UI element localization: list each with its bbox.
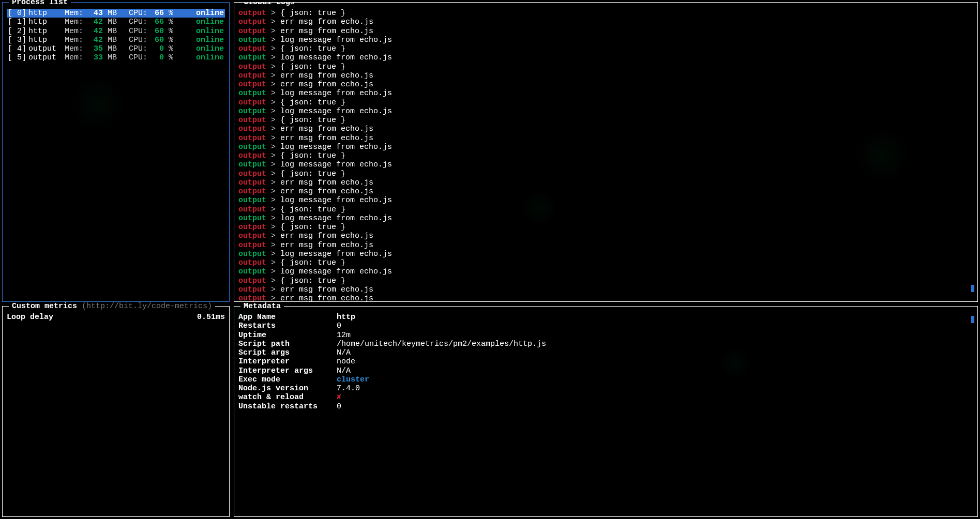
- log-message: err msg from echo.js: [280, 241, 373, 250]
- log-source: output: [238, 258, 266, 267]
- log-message: err msg from echo.js: [280, 80, 373, 89]
- log-separator: >: [266, 232, 280, 240]
- log-separator: >: [266, 89, 280, 98]
- log-line: output > err msg from echo.js: [238, 285, 973, 294]
- log-line: output > log message from echo.js: [238, 250, 973, 258]
- logs-scroll-indicator[interactable]: [971, 285, 974, 292]
- log-line: output > { json: true }: [238, 63, 973, 71]
- log-line: output > err msg from echo.js: [238, 125, 973, 133]
- log-source: output: [238, 143, 266, 151]
- log-line: output > log message from echo.js: [238, 107, 973, 116]
- process-status: online: [174, 44, 224, 53]
- log-message: log message from echo.js: [280, 53, 392, 62]
- cpu-label: CPU:: [118, 44, 149, 53]
- metadata-row: Exec modecluster: [238, 375, 973, 384]
- process-status: online: [174, 53, 224, 62]
- metadata-row: Uptime12m: [238, 331, 973, 340]
- log-separator: >: [266, 178, 280, 187]
- process-row[interactable]: [ 0]httpMem:43 MBCPU:66 %online: [7, 9, 225, 18]
- cpu-unit: %: [164, 36, 174, 44]
- process-row[interactable]: [ 2]httpMem:42 MBCPU:60 %online: [7, 27, 225, 36]
- log-separator: >: [266, 143, 280, 151]
- log-source: output: [238, 63, 266, 71]
- metadata-value: 0: [337, 322, 341, 330]
- panel-title-text: Global Logs: [244, 2, 295, 7]
- log-message: { json: true }: [280, 258, 345, 267]
- log-line: output > { json: true }: [238, 170, 973, 178]
- log-source: output: [238, 116, 266, 125]
- metadata-key: watch & reload: [238, 393, 337, 402]
- log-separator: >: [266, 241, 280, 250]
- log-line: output > log message from echo.js: [238, 53, 973, 62]
- metadata-value: 12m: [337, 331, 351, 340]
- log-message: log message from echo.js: [280, 196, 392, 205]
- log-line: output > log message from echo.js: [238, 143, 973, 151]
- process-row[interactable]: [ 3]httpMem:42 MBCPU:60 %online: [7, 36, 225, 44]
- log-separator: >: [266, 187, 280, 196]
- metadata-row: watch & reload✘: [238, 393, 973, 402]
- log-line: output > log message from echo.js: [238, 160, 973, 169]
- mem-unit: MB: [103, 53, 118, 62]
- metadata-key: Restarts: [238, 322, 337, 330]
- log-message: err msg from echo.js: [280, 125, 373, 133]
- log-separator: >: [266, 71, 280, 80]
- log-message: err msg from echo.js: [280, 27, 373, 36]
- metadata-value: N/A: [337, 348, 351, 357]
- metadata-panel[interactable]: Metadata App NamehttpRestarts0Uptime12mS…: [234, 306, 978, 517]
- metadata-key: App Name: [238, 313, 337, 322]
- process-list-panel[interactable]: Process list [ 0]httpMem:43 MBCPU:66 %on…: [2, 2, 230, 302]
- metadata-row: Node.js version7.4.0: [238, 384, 973, 393]
- mem-value: 33: [86, 53, 103, 62]
- log-separator: >: [266, 98, 280, 107]
- log-line: output > { json: true }: [238, 205, 973, 214]
- metadata-value: http: [337, 313, 355, 322]
- metadata-value: node: [337, 357, 355, 366]
- custom-metrics-body: Loop delay0.51ms: [7, 313, 225, 322]
- mem-unit: MB: [103, 44, 118, 53]
- metadata-value: N/A: [337, 367, 351, 375]
- process-row[interactable]: [ 1]httpMem:42 MBCPU:66 %online: [7, 18, 225, 26]
- cpu-unit: %: [164, 9, 174, 18]
- log-separator: >: [266, 160, 280, 169]
- log-message: err msg from echo.js: [280, 178, 373, 187]
- log-line: output > { json: true }: [238, 44, 973, 53]
- log-line: output > { json: true }: [238, 98, 973, 107]
- log-separator: >: [266, 196, 280, 205]
- process-row[interactable]: [ 5]outputMem:33 MBCPU:0 %online: [7, 53, 225, 62]
- metadata-value: 0: [337, 402, 341, 411]
- log-message: { json: true }: [280, 9, 345, 18]
- cpu-label: CPU:: [118, 9, 149, 18]
- log-separator: >: [266, 134, 280, 143]
- log-source: output: [238, 53, 266, 62]
- log-separator: >: [266, 80, 280, 89]
- log-line: output > { json: true }: [238, 116, 973, 125]
- cpu-label: CPU:: [118, 18, 149, 26]
- log-source: output: [238, 9, 266, 18]
- log-message: log message from echo.js: [280, 107, 392, 116]
- log-source: output: [238, 267, 266, 276]
- mem-unit: MB: [103, 9, 118, 18]
- log-line: output > log message from echo.js: [238, 89, 973, 98]
- custom-metrics-panel[interactable]: Custom metrics (http://bit.ly/code-metri…: [2, 306, 230, 517]
- cpu-value: 60: [149, 27, 164, 36]
- cpu-unit: %: [164, 53, 174, 62]
- log-message: { json: true }: [280, 44, 345, 53]
- mem-unit: MB: [103, 18, 118, 26]
- log-source: output: [238, 241, 266, 250]
- log-message: { json: true }: [280, 151, 345, 160]
- metadata-key: Script path: [238, 340, 337, 348]
- metadata-scroll-indicator[interactable]: [971, 316, 974, 323]
- metadata-row: Restarts0: [238, 322, 973, 330]
- log-source: output: [238, 160, 266, 169]
- log-separator: >: [266, 18, 280, 26]
- metadata-body: App NamehttpRestarts0Uptime12mScript pat…: [238, 313, 973, 411]
- log-line: output > { json: true }: [238, 151, 973, 160]
- log-line: output > err msg from echo.js: [238, 71, 973, 80]
- process-name: output: [28, 44, 65, 53]
- global-logs-panel[interactable]: Global Logs output > { json: true }outpu…: [234, 2, 978, 302]
- process-row[interactable]: [ 4]outputMem:35 MBCPU:0 %online: [7, 44, 225, 53]
- log-separator: >: [266, 223, 280, 232]
- log-separator: >: [266, 27, 280, 36]
- log-source: output: [238, 170, 266, 178]
- log-source: output: [238, 18, 266, 26]
